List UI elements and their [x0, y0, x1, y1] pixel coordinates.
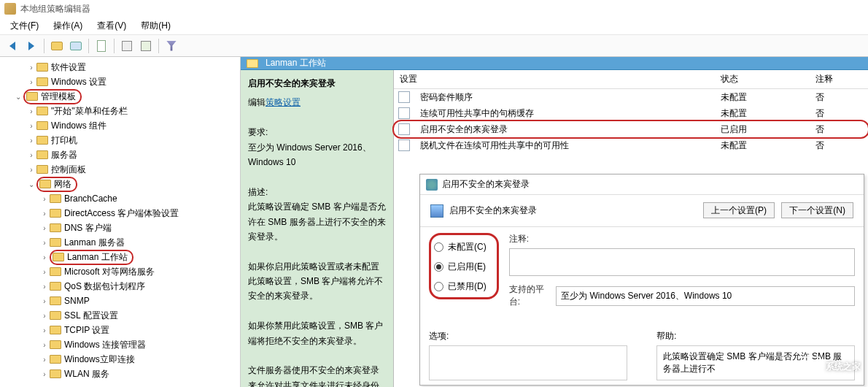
options-box — [429, 345, 627, 380]
note-textarea[interactable] — [509, 248, 855, 276]
chevron-right-icon: › — [26, 122, 36, 130]
chevron-down-icon: ⌄ — [26, 180, 36, 188]
tree-item[interactable]: ›TCPIP 设置 — [0, 323, 240, 337]
chevron-right-icon: › — [39, 297, 50, 305]
platform-label: 支持的平台: — [509, 283, 549, 308]
radio-disabled[interactable]: 已禁用(D) — [434, 280, 487, 293]
tree-item[interactable]: ›DirectAccess 客户端体验设置 — [0, 206, 240, 221]
tree-item[interactable]: ›软件设置 — [0, 60, 240, 74]
chevron-right-icon: › — [39, 356, 50, 364]
folder-button[interactable] — [49, 38, 65, 54]
tree-item[interactable]: ›Lanman 服务器 — [0, 235, 240, 250]
chevron-right-icon: › — [39, 312, 50, 320]
folder-icon — [50, 296, 61, 305]
refresh-icon — [141, 41, 151, 51]
tree-item[interactable]: ›QoS 数据包计划程序 — [0, 279, 240, 294]
list-row[interactable]: 连续可用性共享中的句柄缓存未配置否 — [394, 105, 868, 121]
properties-button[interactable] — [119, 38, 135, 54]
dialog-lower: 选项: 帮助: 此策略设置确定 SMB 客户端是否允许 SMB 服务器上进行不 — [429, 330, 855, 380]
tree-item[interactable]: ›DNS 客户端 — [0, 221, 240, 235]
tree-item[interactable]: ›Lanman 工作站 — [0, 250, 240, 264]
desc-p4: 文件服务器使用不安全的来宾登录来允许对共享文件夹进行未经身份验证的访问。尽管在企… — [248, 363, 386, 387]
policy-dialog: 启用不安全的来宾登录 启用不安全的来宾登录 上一个设置(P) 下一个设置(N) … — [419, 174, 864, 386]
folder-icon — [39, 180, 51, 188]
list-row[interactable]: 密码套件顺序未配置否 — [394, 89, 868, 105]
tree-item[interactable]: ›SSL 配置设置 — [0, 308, 240, 323]
tree-item[interactable]: ›Windows 组件 — [0, 118, 240, 133]
desc-title: 启用不安全的来宾登录 — [248, 76, 386, 91]
next-setting-button[interactable]: 下一个设置(N) — [781, 202, 853, 218]
desc-p3: 如果你禁用此策略设置，SMB 客户端将拒绝不安全的来宾登录。 — [248, 318, 386, 348]
radio-icon — [434, 242, 443, 252]
description-pane: 启用不安全的来宾登录 编辑策略设置 要求: 至少为 Windows Server… — [241, 70, 394, 387]
separator — [88, 39, 89, 53]
tree-label: WLAN 服务 — [64, 368, 109, 380]
tree-label: "开始"菜单和任务栏 — [51, 105, 128, 118]
radio-not-configured[interactable]: 未配置(C) — [434, 241, 487, 253]
req-label: 要求: — [248, 125, 386, 139]
menu-action[interactable]: 操作(A) — [46, 18, 90, 34]
platform-text: 至少为 Windows Server 2016、Windows 10 — [556, 286, 855, 306]
dialog-titlebar: 启用不安全的来宾登录 — [420, 175, 864, 195]
chevron-down-icon: ⌄ — [13, 93, 23, 101]
menu-help[interactable]: 帮助(H) — [133, 18, 178, 34]
folder-icon — [50, 311, 61, 320]
tree-item[interactable]: ⌄网络 — [0, 177, 240, 191]
col-setting[interactable]: 设置 — [394, 70, 715, 88]
doc-icon — [97, 40, 106, 52]
tree-item[interactable]: ›WLAN 服务 — [0, 367, 240, 381]
folder-icon — [36, 107, 48, 115]
prev-setting-button[interactable]: 上一个设置(P) — [703, 202, 775, 218]
list-row[interactable]: 脱机文件在连续可用性共享中的可用性未配置否 — [394, 137, 868, 153]
folder-icon — [50, 223, 61, 232]
tree-item[interactable]: ⌄管理模板 — [0, 89, 240, 104]
tree-label: 控制面板 — [51, 164, 86, 176]
back-button[interactable] — [4, 38, 20, 54]
tree-item[interactable]: ›SNMP — [0, 294, 240, 308]
chevron-right-icon: › — [39, 326, 50, 334]
edit-policy-link[interactable]: 策略设置 — [266, 97, 301, 107]
tree-item[interactable]: ›Windows 设置 — [0, 74, 240, 89]
menu-file[interactable]: 文件(F) — [3, 18, 46, 34]
folder-icon — [36, 136, 48, 145]
list-row[interactable]: 启用不安全的来宾登录已启用否 — [394, 121, 868, 137]
app-icon — [4, 3, 16, 15]
setting-icon — [398, 123, 410, 135]
tree-item[interactable]: ›Windows立即连接 — [0, 352, 240, 367]
col-state[interactable]: 状态 — [715, 70, 810, 88]
chevron-right-icon: › — [26, 64, 36, 72]
watermark-text: 系统之家 — [826, 361, 861, 373]
tree[interactable]: ›软件设置›Windows 设置⌄管理模板›"开始"菜单和任务栏›Windows… — [0, 60, 240, 381]
chevron-right-icon: › — [39, 195, 50, 203]
tree-item[interactable]: ›BranchCache — [0, 191, 240, 206]
dialog-icon — [426, 179, 438, 191]
tree-button[interactable] — [68, 38, 84, 54]
tree-label: DirectAccess 客户端体验设置 — [64, 207, 179, 220]
menu-view[interactable]: 查看(V) — [90, 18, 133, 34]
help-label: 帮助: — [656, 330, 855, 342]
tree-item[interactable]: ›打印机 — [0, 133, 240, 147]
edit-prefix: 编辑 — [248, 97, 266, 107]
tree-label: Windows 连接管理器 — [64, 339, 146, 351]
tree-item[interactable]: ›Microsoft 对等网络服务 — [0, 264, 240, 279]
tree-label: 软件设置 — [51, 61, 86, 74]
col-note[interactable]: 注释 — [810, 70, 868, 88]
folder-icon — [36, 150, 48, 159]
forward-button[interactable] — [23, 38, 39, 54]
separator — [158, 39, 159, 53]
separator — [114, 39, 115, 53]
radio-enabled[interactable]: 已启用(E) — [434, 261, 487, 273]
chevron-right-icon: › — [26, 78, 36, 86]
chevron-right-icon: › — [39, 283, 50, 291]
folder-icon — [50, 267, 61, 276]
tree-item[interactable]: ›控制面板 — [0, 162, 240, 177]
chevron-right-icon: › — [26, 166, 36, 174]
export-button[interactable] — [93, 38, 109, 54]
tree-item[interactable]: ›"开始"菜单和任务栏 — [0, 104, 240, 118]
tree-item[interactable]: ›Windows 连接管理器 — [0, 337, 240, 352]
tree-item[interactable]: ›服务器 — [0, 147, 240, 162]
refresh-button[interactable] — [138, 38, 154, 54]
filter-button[interactable] — [163, 38, 179, 54]
chevron-right-icon: › — [39, 224, 50, 232]
folder-icon — [50, 209, 61, 218]
